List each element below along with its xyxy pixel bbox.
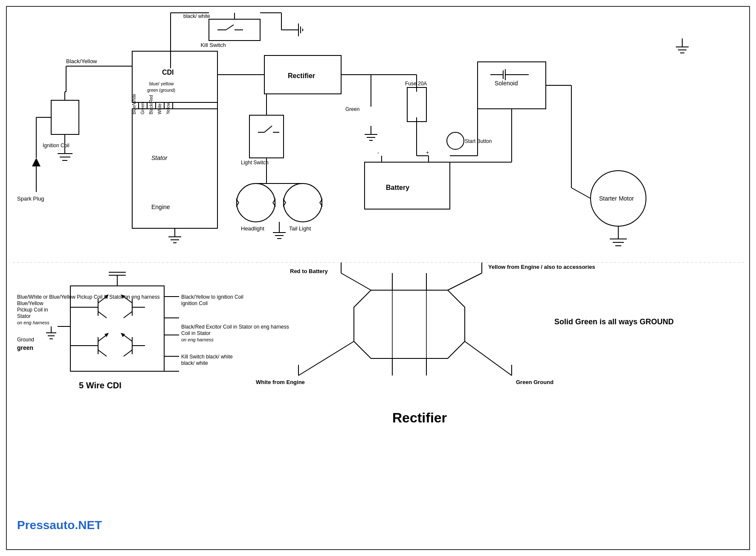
bw-wire-label: black/ white xyxy=(183,13,210,19)
rectifier-title: Rectifier xyxy=(392,410,447,425)
white-label: White xyxy=(157,103,162,114)
green-label: Green xyxy=(140,102,145,114)
black-red-label: Black/Red xyxy=(149,95,154,114)
headlight-label: Headlight xyxy=(241,225,264,232)
yellow-label: Yellow xyxy=(166,102,171,114)
blue-white-yellow-label: Blue/White or Blue/Yellow Pickup Coil in… xyxy=(17,294,159,300)
fuse-label: Fuse 20A xyxy=(405,81,427,87)
svg-text:Coil in Stator: Coil in Stator xyxy=(181,330,211,336)
light-switch-label: Light Switch xyxy=(241,160,269,166)
svg-text:Pickup Coil in: Pickup Coil in xyxy=(17,307,48,313)
bk-yellow-coil-label: Black/Yellow to ignition Coil xyxy=(181,294,243,300)
blue-white-label: Blue/White xyxy=(132,93,136,114)
svg-text:ignition Coil: ignition Coil xyxy=(181,300,208,306)
svg-rect-0 xyxy=(0,0,756,556)
green-wire-label: Green xyxy=(345,106,359,112)
watermark: Pressauto.NET xyxy=(17,518,102,532)
white-engine-label: White from Engine xyxy=(256,379,305,385)
red-battery-label: Red to Battery xyxy=(290,268,328,274)
cdi-ground-label: green (ground) xyxy=(147,88,175,93)
solid-green-label: Solid Green is all ways GROUND xyxy=(554,317,674,326)
yellow-engine-label: Yellow from Engine / also to accessories xyxy=(488,264,595,270)
green-ground-label: Green Ground xyxy=(516,379,553,385)
solenoid-label: Solenoid xyxy=(495,80,518,87)
svg-text:Blue/Yellow: Blue/Yellow xyxy=(17,300,43,306)
stator-label: Stator xyxy=(151,154,168,161)
kill-switch-bw-label: Kill Switch black/ white xyxy=(181,354,233,360)
cdi-sublabel: blue/ yellow xyxy=(149,81,174,86)
svg-text:+: + xyxy=(426,150,429,156)
ground-label: Ground xyxy=(17,337,34,343)
ignition-coil-label: Ignition Coil xyxy=(43,143,70,148)
svg-text:Stator: Stator xyxy=(17,313,31,319)
cdi-label: CDI xyxy=(162,69,174,76)
svg-text:on eng harness: on eng harness xyxy=(17,320,49,325)
starter-motor-label: Starter Motor xyxy=(599,195,634,202)
green-label-bottom: green xyxy=(17,344,33,351)
battery-label: Battery xyxy=(386,184,409,191)
rectifier-label: Rectifier xyxy=(288,72,315,79)
start-button-label: Start Button xyxy=(465,138,492,144)
svg-text:black/ white: black/ white xyxy=(181,360,208,366)
kill-switch-label: Kill Switch xyxy=(200,42,226,48)
wiring-diagram: Kill Switch black/ white CDI blue/ yello… xyxy=(0,0,756,556)
five-wire-cdi-title: 5 Wire CDI xyxy=(79,381,122,390)
svg-text:on eng harness: on eng harness xyxy=(181,337,214,342)
svg-text:-: - xyxy=(377,150,379,156)
spark-plug-label: Spark Plug xyxy=(17,195,44,202)
bk-red-label: Black/Red Excitor Coil in Stator on eng … xyxy=(181,324,289,330)
tail-light-label: Tail Light xyxy=(289,225,311,232)
black-yellow-label: Black/Yellow xyxy=(66,58,97,64)
engine-label: Engine xyxy=(151,204,170,210)
